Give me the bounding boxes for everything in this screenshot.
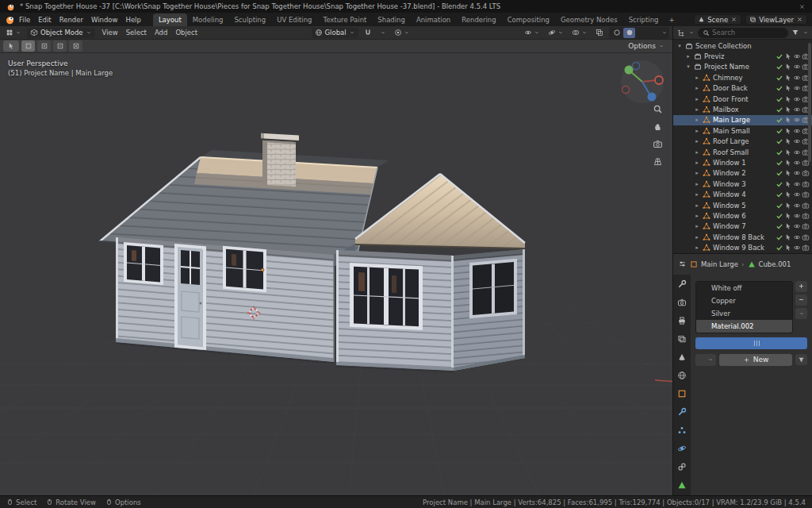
viewport-3d[interactable]: User Perspective (51) Project Name | Mai… bbox=[0, 53, 672, 495]
outliner-editor-icon[interactable] bbox=[676, 29, 685, 37]
outliner-row-window-2[interactable]: ▸Window 2 bbox=[673, 168, 812, 179]
properties-tab-object[interactable] bbox=[673, 387, 691, 401]
properties-editor-icon[interactable] bbox=[678, 260, 687, 268]
material-slot-white-off[interactable]: White off bbox=[696, 282, 792, 294]
expander-icon[interactable]: ▸ bbox=[694, 213, 700, 219]
shading-material-button[interactable] bbox=[636, 28, 648, 38]
material-name-field[interactable] bbox=[695, 337, 807, 349]
disable-render-icon[interactable] bbox=[802, 233, 810, 241]
expander-icon[interactable]: ▸ bbox=[694, 170, 700, 176]
selectable-icon[interactable] bbox=[784, 180, 792, 188]
hide-viewport-icon[interactable] bbox=[793, 190, 801, 198]
gizmo-x-axis[interactable] bbox=[655, 76, 663, 84]
snap-settings-dropdown[interactable] bbox=[377, 29, 389, 37]
exclude-checkbox-icon[interactable] bbox=[776, 63, 783, 71]
hide-viewport-icon[interactable] bbox=[793, 222, 801, 230]
snap-toggle[interactable] bbox=[362, 28, 374, 37]
camera-view-icon[interactable] bbox=[653, 139, 663, 149]
expander-icon[interactable]: ▾ bbox=[676, 43, 683, 49]
properties-tab-modifiers[interactable] bbox=[673, 406, 691, 419]
expander-icon[interactable]: ▸ bbox=[694, 75, 700, 81]
outliner-search[interactable] bbox=[698, 28, 788, 38]
selectable-icon[interactable] bbox=[784, 244, 792, 252]
expander-icon[interactable]: ▸ bbox=[694, 96, 700, 102]
workspace-tab-geometry-nodes[interactable]: Geometry Nodes bbox=[555, 13, 623, 26]
select-mode-difference-button[interactable] bbox=[69, 40, 82, 52]
properties-tab-view-layer[interactable] bbox=[673, 333, 691, 346]
xray-toggle[interactable] bbox=[593, 28, 606, 37]
transform-orientation-dropdown[interactable]: Global bbox=[312, 28, 358, 38]
selectable-icon[interactable] bbox=[784, 52, 792, 60]
expander-icon[interactable]: ▸ bbox=[694, 117, 700, 123]
hide-viewport-icon[interactable] bbox=[793, 95, 801, 103]
exclude-checkbox-icon[interactable] bbox=[776, 148, 783, 156]
outliner-row-roof-large[interactable]: ▸Roof Large bbox=[673, 137, 812, 147]
selectable-icon[interactable] bbox=[784, 159, 792, 167]
outliner-row-roof-small[interactable]: ▸Roof Small bbox=[673, 147, 812, 157]
exclude-checkbox-icon[interactable] bbox=[776, 169, 783, 177]
properties-tab-render[interactable] bbox=[673, 296, 691, 310]
menu-edit[interactable]: Edit bbox=[34, 14, 55, 25]
properties-tab-world[interactable] bbox=[673, 369, 691, 383]
exclude-checkbox-icon[interactable] bbox=[776, 74, 783, 82]
selectable-icon[interactable] bbox=[784, 169, 792, 177]
material-slot-copper[interactable]: Copper bbox=[696, 294, 792, 307]
proportional-editing-toggle[interactable] bbox=[392, 28, 412, 37]
exclude-checkbox-icon[interactable] bbox=[776, 159, 783, 167]
menu-render[interactable]: Render bbox=[56, 14, 87, 25]
scene-unlink-icon[interactable] bbox=[730, 16, 737, 23]
menu-window[interactable]: Window bbox=[87, 14, 122, 25]
workspace-tab-sculpting[interactable]: Sculpting bbox=[228, 13, 271, 26]
breadcrumb-object[interactable]: Main Large bbox=[701, 260, 738, 268]
disable-render-icon[interactable] bbox=[802, 244, 810, 252]
exclude-checkbox-icon[interactable] bbox=[776, 190, 783, 198]
selectable-icon[interactable] bbox=[784, 148, 792, 156]
expander-icon[interactable]: ▸ bbox=[694, 244, 700, 251]
viewport-menu-object[interactable]: Object bbox=[171, 27, 201, 38]
hide-viewport-icon[interactable] bbox=[793, 212, 801, 220]
scrollbar[interactable] bbox=[808, 43, 811, 162]
hide-viewport-icon[interactable] bbox=[793, 233, 801, 241]
outliner-row-scene-collection[interactable]: ▾Scene Collection bbox=[673, 40, 812, 51]
search-input[interactable] bbox=[712, 29, 768, 37]
exclude-checkbox-icon[interactable] bbox=[776, 180, 783, 188]
selectable-icon[interactable] bbox=[784, 84, 792, 92]
exclude-checkbox-icon[interactable] bbox=[776, 222, 783, 230]
outliner-row-door-front[interactable]: ▸Door Front bbox=[673, 94, 812, 104]
menu-file[interactable]: File bbox=[15, 14, 34, 25]
hide-viewport-icon[interactable] bbox=[793, 159, 801, 167]
exclude-checkbox-icon[interactable] bbox=[776, 212, 783, 220]
shading-solid-button[interactable] bbox=[623, 28, 635, 38]
workspace-tab-compositing[interactable]: Compositing bbox=[502, 13, 555, 26]
expander-icon[interactable]: ▸ bbox=[694, 234, 700, 241]
hide-viewport-icon[interactable] bbox=[793, 84, 801, 92]
exclude-checkbox-icon[interactable] bbox=[776, 52, 783, 60]
hide-viewport-icon[interactable] bbox=[793, 127, 801, 135]
exclude-checkbox-icon[interactable] bbox=[776, 95, 783, 103]
outliner-row-previz[interactable]: ▸Previz bbox=[673, 51, 812, 61]
hide-viewport-icon[interactable] bbox=[793, 137, 801, 145]
selectable-icon[interactable] bbox=[784, 63, 792, 71]
navigation-gizmo[interactable] bbox=[617, 58, 668, 106]
outliner-row-window-9-back[interactable]: ▸Window 9 Back bbox=[673, 242, 812, 252]
selectable-icon[interactable] bbox=[784, 95, 792, 103]
exclude-checkbox-icon[interactable] bbox=[776, 137, 783, 145]
gizmo-z-axis[interactable] bbox=[648, 93, 657, 102]
hide-viewport-icon[interactable] bbox=[793, 244, 801, 252]
expander-icon[interactable]: ▸ bbox=[694, 160, 700, 166]
selectable-icon[interactable] bbox=[784, 212, 792, 220]
exclude-checkbox-icon[interactable] bbox=[776, 116, 783, 124]
properties-tab-object-data[interactable] bbox=[673, 479, 691, 492]
selectable-icon[interactable] bbox=[784, 74, 792, 82]
add-slot-button[interactable] bbox=[795, 281, 807, 292]
hide-viewport-icon[interactable] bbox=[793, 180, 801, 188]
gizmos-dropdown[interactable] bbox=[546, 28, 566, 37]
outliner-row-main-large[interactable]: ▸Main Large bbox=[673, 115, 812, 125]
viewlayer-unlink-icon[interactable] bbox=[796, 16, 803, 23]
outliner-row-window-7[interactable]: ▸Window 7 bbox=[673, 221, 812, 232]
expander-icon[interactable]: ▸ bbox=[694, 106, 700, 113]
select-mode-extend-button[interactable] bbox=[37, 40, 51, 52]
hide-viewport-icon[interactable] bbox=[793, 148, 801, 156]
zoom-icon[interactable] bbox=[653, 104, 663, 114]
disable-render-icon[interactable] bbox=[802, 169, 810, 177]
